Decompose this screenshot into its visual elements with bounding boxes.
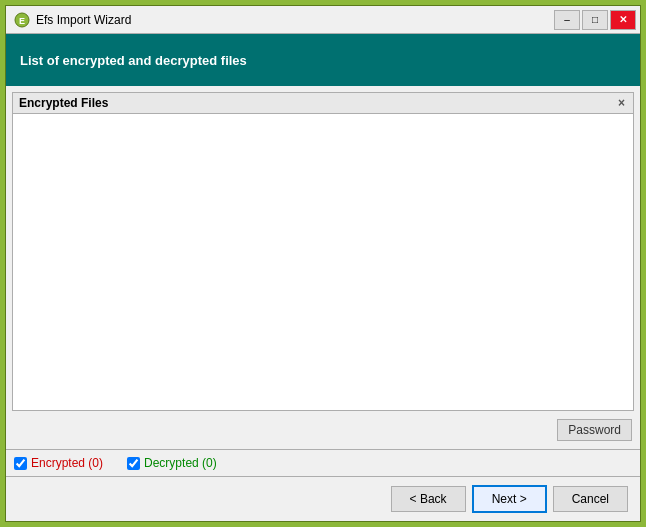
password-row: Password bbox=[12, 415, 634, 443]
footer: < Back Next > Cancel bbox=[6, 476, 640, 521]
encrypted-checkbox[interactable] bbox=[14, 457, 27, 470]
file-list-header: Encrypted Files × bbox=[13, 93, 633, 114]
next-button[interactable]: Next > bbox=[472, 485, 547, 513]
file-list-close[interactable]: × bbox=[616, 96, 627, 110]
maximize-button[interactable]: □ bbox=[582, 10, 608, 30]
checkbox-row: Encrypted (0) Decrypted (0) bbox=[6, 449, 640, 476]
title-bar-left: E Efs Import Wizard bbox=[14, 12, 131, 28]
wizard-window: E Efs Import Wizard – □ ✕ List of encryp… bbox=[5, 5, 641, 522]
close-button[interactable]: ✕ bbox=[610, 10, 636, 30]
back-button[interactable]: < Back bbox=[391, 486, 466, 512]
encrypted-checkbox-item: Encrypted (0) bbox=[14, 456, 103, 470]
app-icon: E bbox=[14, 12, 30, 28]
title-bar-buttons: – □ ✕ bbox=[554, 10, 636, 30]
encrypted-label: Encrypted (0) bbox=[31, 456, 103, 470]
window-title: Efs Import Wizard bbox=[36, 13, 131, 27]
header-text: List of encrypted and decrypted files bbox=[20, 53, 247, 68]
title-bar: E Efs Import Wizard – □ ✕ bbox=[6, 6, 640, 34]
file-list-title: Encrypted Files bbox=[19, 96, 108, 110]
decrypted-checkbox-item: Decrypted (0) bbox=[127, 456, 217, 470]
content-area: Encrypted Files × Password bbox=[6, 86, 640, 449]
cancel-button[interactable]: Cancel bbox=[553, 486, 628, 512]
decrypted-label: Decrypted (0) bbox=[144, 456, 217, 470]
svg-text:E: E bbox=[19, 16, 25, 26]
decrypted-checkbox[interactable] bbox=[127, 457, 140, 470]
file-list-body bbox=[13, 114, 633, 410]
file-list-panel: Encrypted Files × bbox=[12, 92, 634, 411]
password-button[interactable]: Password bbox=[557, 419, 632, 441]
minimize-button[interactable]: – bbox=[554, 10, 580, 30]
header-band: List of encrypted and decrypted files bbox=[6, 34, 640, 86]
